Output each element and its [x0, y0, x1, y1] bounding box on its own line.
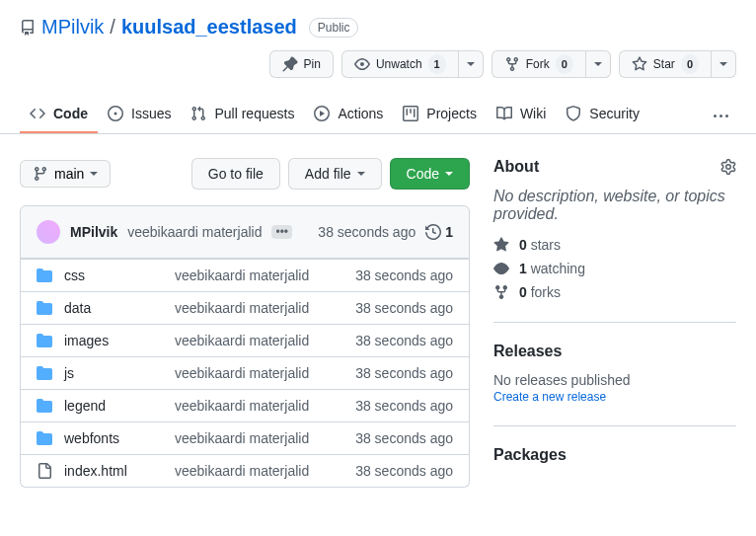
divider: [493, 322, 736, 323]
file-name[interactable]: js: [64, 365, 163, 381]
owner-link[interactable]: MPilvik: [41, 16, 104, 38]
folder-icon: [37, 300, 52, 316]
table-row: dataveebikaardi materjalid38 seconds ago: [21, 291, 469, 324]
gear-icon[interactable]: [720, 159, 736, 175]
branch-name: main: [54, 166, 84, 182]
branch-icon: [33, 166, 48, 182]
watching-stat[interactable]: 1 watching: [493, 261, 736, 276]
commit-author[interactable]: MPilvik: [70, 224, 117, 240]
add-file-button[interactable]: Add file: [288, 158, 382, 190]
repo-link[interactable]: kuulsad_eestlased: [121, 16, 297, 38]
file-time: 38 seconds ago: [355, 430, 453, 446]
table-row: webfontsveebikaardi materjalid38 seconds…: [21, 421, 469, 454]
commit-ellipsis-button[interactable]: •••: [271, 225, 292, 239]
tab-projects[interactable]: Projects: [393, 98, 487, 133]
file-name[interactable]: data: [64, 300, 163, 316]
folder-icon: [37, 430, 52, 446]
file-time: 38 seconds ago: [355, 365, 453, 381]
issues-icon: [108, 106, 123, 121]
star-button[interactable]: Star 0: [619, 50, 712, 78]
unwatch-caret[interactable]: [459, 50, 484, 78]
table-row: imagesveebikaardi materjalid38 seconds a…: [21, 324, 469, 356]
file-commit-msg[interactable]: veebikaardi materjalid: [175, 463, 343, 479]
file-commit-msg[interactable]: veebikaardi materjalid: [175, 398, 343, 414]
pin-button[interactable]: Pin: [269, 50, 334, 78]
star-label: Star: [653, 54, 675, 74]
file-name[interactable]: webfonts: [64, 430, 163, 446]
fork-caret[interactable]: [586, 50, 611, 78]
folder-icon: [37, 365, 52, 381]
create-release-link[interactable]: Create a new release: [493, 390, 606, 404]
repo-tabs: Code Issues Pull requests Actions Projec…: [0, 98, 756, 134]
table-row: index.htmlveebikaardi materjalid38 secon…: [21, 454, 469, 487]
pin-icon: [282, 56, 298, 72]
book-icon: [496, 106, 512, 121]
path-separator: /: [110, 16, 115, 38]
pull-request-icon: [190, 106, 206, 121]
file-name[interactable]: index.html: [64, 463, 163, 479]
file-time: 38 seconds ago: [355, 300, 453, 316]
breadcrumb: MPilvik / kuulsad_eestlased Public: [20, 16, 736, 38]
projects-icon: [403, 106, 418, 121]
releases-heading: Releases: [493, 343, 736, 360]
tab-actions[interactable]: Actions: [304, 98, 393, 133]
file-commit-msg[interactable]: veebikaardi materjalid: [175, 430, 343, 446]
branch-selector[interactable]: main: [20, 160, 111, 188]
forks-stat[interactable]: 0 forks: [493, 284, 736, 300]
tab-pulls[interactable]: Pull requests: [181, 98, 304, 133]
releases-empty: No releases published: [493, 372, 736, 388]
file-commit-msg[interactable]: veebikaardi materjalid: [175, 333, 343, 348]
code-icon: [30, 106, 45, 121]
about-heading: About: [493, 158, 736, 176]
code-button[interactable]: Code: [390, 158, 470, 190]
star-caret[interactable]: [712, 50, 736, 78]
folder-icon: [37, 268, 52, 283]
fork-icon: [504, 56, 520, 72]
latest-commit: MPilvik veebikaardi materjalid ••• 38 se…: [20, 205, 470, 259]
file-name[interactable]: legend: [64, 398, 163, 414]
stars-stat[interactable]: 0 stars: [493, 237, 736, 253]
star-icon: [493, 237, 509, 253]
repo-icon: [20, 20, 36, 36]
file-name[interactable]: images: [64, 333, 163, 348]
table-row: jsveebikaardi materjalid38 seconds ago: [21, 356, 469, 389]
unwatch-label: Unwatch: [376, 54, 422, 74]
tab-code[interactable]: Code: [20, 98, 98, 133]
file-name[interactable]: css: [64, 268, 163, 283]
history-icon: [425, 224, 441, 240]
fork-button[interactable]: Fork 0: [491, 50, 586, 78]
play-icon: [314, 106, 330, 121]
tab-wiki[interactable]: Wiki: [487, 98, 556, 133]
file-list: cssveebikaardi materjalid38 seconds agod…: [20, 259, 470, 488]
divider: [493, 425, 736, 426]
folder-icon: [37, 333, 52, 348]
pin-label: Pin: [304, 54, 321, 74]
history-link[interactable]: 1: [425, 224, 453, 240]
tab-security[interactable]: Security: [556, 98, 649, 133]
avatar[interactable]: [37, 220, 60, 244]
file-time: 38 seconds ago: [355, 398, 453, 414]
table-row: legendveebikaardi materjalid38 seconds a…: [21, 389, 469, 421]
folder-icon: [37, 398, 52, 414]
file-icon: [37, 463, 52, 479]
more-tabs-button[interactable]: [706, 107, 736, 125]
file-commit-msg[interactable]: veebikaardi materjalid: [175, 300, 343, 316]
commit-time: 38 seconds ago: [318, 224, 416, 240]
unwatch-count: 1: [428, 54, 446, 74]
file-commit-msg[interactable]: veebikaardi materjalid: [175, 365, 343, 381]
shield-icon: [566, 106, 581, 121]
packages-heading: Packages: [493, 446, 736, 464]
fork-label: Fork: [526, 54, 550, 74]
table-row: cssveebikaardi materjalid38 seconds ago: [21, 259, 469, 291]
unwatch-button[interactable]: Unwatch 1: [341, 50, 459, 78]
eye-icon: [354, 56, 370, 72]
file-commit-msg[interactable]: veebikaardi materjalid: [175, 268, 343, 283]
star-count: 0: [681, 54, 699, 74]
goto-file-button[interactable]: Go to file: [191, 158, 280, 190]
visibility-badge: Public: [309, 18, 359, 38]
about-description: No description, website, or topics provi…: [493, 188, 736, 223]
tab-issues[interactable]: Issues: [98, 98, 181, 133]
file-time: 38 seconds ago: [355, 333, 453, 348]
commit-message[interactable]: veebikaardi materjalid: [127, 224, 262, 240]
star-icon: [632, 56, 647, 72]
